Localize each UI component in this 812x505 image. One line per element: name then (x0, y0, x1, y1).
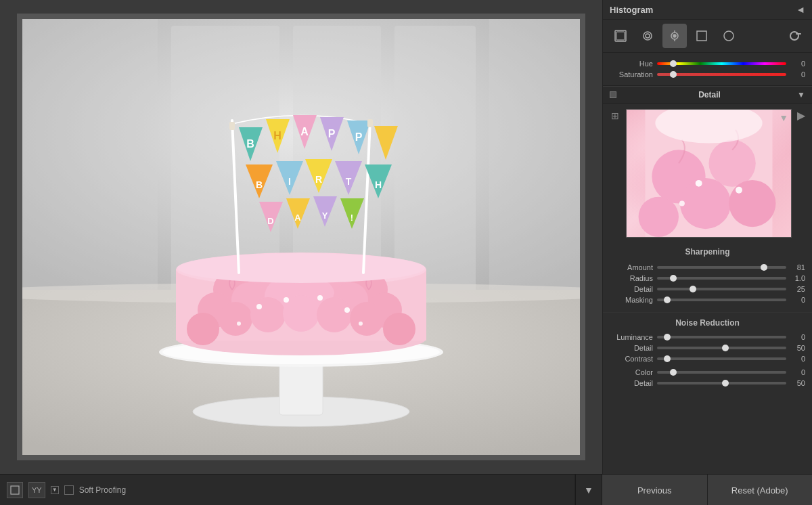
amount-label: Amount (610, 263, 657, 271)
color-detail-slider[interactable] (657, 382, 786, 385)
histogram-collapse-arrow[interactable]: ◄ (796, 4, 805, 15)
histogram-header: Histogram ◄ (603, 0, 812, 20)
dropdown-arrow[interactable]: ▼ (51, 486, 59, 494)
svg-text:Y: Y (322, 211, 328, 221)
view-toggle-btn[interactable] (7, 482, 23, 498)
lum-detail-label: Detail (610, 344, 657, 352)
detail-slider[interactable] (657, 288, 786, 290)
color-noise-thumb[interactable] (670, 369, 677, 376)
graduated-filter-icon[interactable] (717, 24, 741, 48)
radius-label: Radius (610, 274, 657, 282)
svg-point-33 (350, 302, 384, 336)
svg-point-37 (317, 295, 323, 301)
hue-slider[interactable] (657, 62, 786, 65)
preview-side-arrow[interactable]: ▶ (796, 109, 807, 122)
radius-slider[interactable] (657, 277, 786, 280)
radius-thumb[interactable] (670, 275, 677, 282)
saturation-value: 0 (786, 70, 805, 79)
noise-reduction-title: Noise Reduction (610, 314, 805, 330)
detail-thumb[interactable] (690, 286, 696, 292)
svg-text:T: T (346, 176, 352, 187)
luminance-thumb[interactable] (664, 334, 671, 341)
svg-point-80 (673, 35, 676, 37)
soft-proofing-checkbox[interactable] (64, 485, 74, 495)
color-slider[interactable] (657, 371, 786, 374)
radial-filter-icon[interactable] (782, 24, 807, 48)
tool-icons-row (603, 20, 812, 53)
color-detail-thumb[interactable] (722, 380, 729, 387)
adjustment-brush-icon[interactable] (690, 24, 714, 48)
svg-rect-76 (616, 32, 625, 40)
contrast-slider[interactable] (657, 357, 786, 360)
toolbar-left: YY ▼ Soft Proofing (0, 475, 575, 505)
svg-point-87 (709, 140, 756, 187)
cake-image: B H A P P (22, 19, 580, 455)
panel-bottom-buttons: Previous Reset (Adobe) (602, 475, 812, 505)
svg-text:R: R (315, 174, 322, 185)
masking-slider[interactable] (657, 299, 786, 301)
amount-value: 81 (786, 263, 805, 271)
lum-detail-value: 50 (786, 344, 805, 352)
red-eye-icon[interactable] (662, 24, 687, 48)
svg-point-89 (729, 180, 775, 227)
right-panel: Histogram ◄ (602, 0, 812, 474)
svg-rect-74 (367, 119, 373, 127)
noise-reduction-section: Noise Reduction Luminance 0 Detail 50 Co… (603, 312, 812, 395)
contrast-row: Contrast 0 (610, 355, 805, 363)
svg-point-41 (177, 253, 425, 283)
svg-text:!: ! (351, 213, 353, 223)
amount-thumb[interactable] (761, 264, 767, 271)
luminance-value: 0 (786, 333, 805, 341)
amount-row: Amount 81 (610, 263, 805, 271)
hs-section: Hue 0 Saturation 0 (603, 53, 812, 86)
sharpening-sliders: Amount 81 Radius 1.0 Detail 25 (603, 259, 812, 312)
detail-section-checkbox[interactable] (610, 91, 616, 98)
luminance-slider[interactable] (657, 336, 786, 338)
saturation-thumb[interactable] (670, 71, 677, 78)
color-detail-label: Detail (610, 379, 657, 387)
hue-label: Hue (610, 60, 657, 68)
amount-slider[interactable] (657, 266, 786, 269)
contrast-value: 0 (786, 355, 805, 363)
svg-point-88 (680, 178, 731, 229)
image-frame: B H A P P (17, 14, 585, 460)
svg-text:A: A (294, 213, 301, 223)
crop-tool-icon[interactable] (608, 24, 633, 48)
preview-nav-icon[interactable]: ⊞ (608, 109, 622, 123)
yy-btn[interactable]: YY (28, 482, 45, 498)
preview-down-arrow[interactable]: ▼ (779, 112, 788, 123)
svg-text:D: D (267, 216, 273, 226)
detail-section-arrow[interactable]: ▼ (797, 90, 805, 100)
contrast-thumb[interactable] (664, 355, 671, 362)
previous-button[interactable]: Previous (602, 475, 708, 505)
lum-detail-slider[interactable] (657, 347, 786, 349)
lum-detail-thumb[interactable] (722, 345, 729, 351)
preview-area: ⊞ (603, 104, 812, 243)
svg-point-30 (250, 297, 286, 332)
svg-point-90 (639, 197, 679, 237)
svg-point-92 (736, 187, 742, 194)
saturation-slider[interactable] (657, 73, 786, 76)
bottom-arrow-btn[interactable]: ▼ (575, 475, 602, 505)
masking-value: 0 (786, 296, 805, 304)
svg-rect-73 (229, 122, 235, 130)
saturation-row: Saturation 0 (610, 70, 805, 79)
spot-removal-icon[interactable] (635, 24, 660, 48)
svg-point-29 (219, 302, 252, 336)
svg-point-93 (679, 201, 685, 206)
reset-adobe-button[interactable]: Reset (Adobe) (708, 475, 813, 505)
masking-thumb[interactable] (664, 297, 671, 303)
luminance-row: Luminance 0 (610, 333, 805, 341)
masking-label: Masking (610, 296, 657, 304)
detail-section-header[interactable]: Detail ▼ (603, 86, 812, 104)
svg-text:A: A (300, 126, 309, 137)
color-value: 0 (786, 368, 805, 376)
svg-point-39 (237, 322, 241, 326)
color-detail-row: Detail 50 (610, 379, 805, 387)
color-row: Color 0 (610, 368, 805, 376)
svg-point-84 (724, 31, 734, 41)
svg-rect-1 (22, 19, 158, 303)
svg-point-36 (284, 297, 289, 303)
preview-thumbnail: ▼ (626, 109, 792, 238)
hue-thumb[interactable] (670, 60, 677, 67)
